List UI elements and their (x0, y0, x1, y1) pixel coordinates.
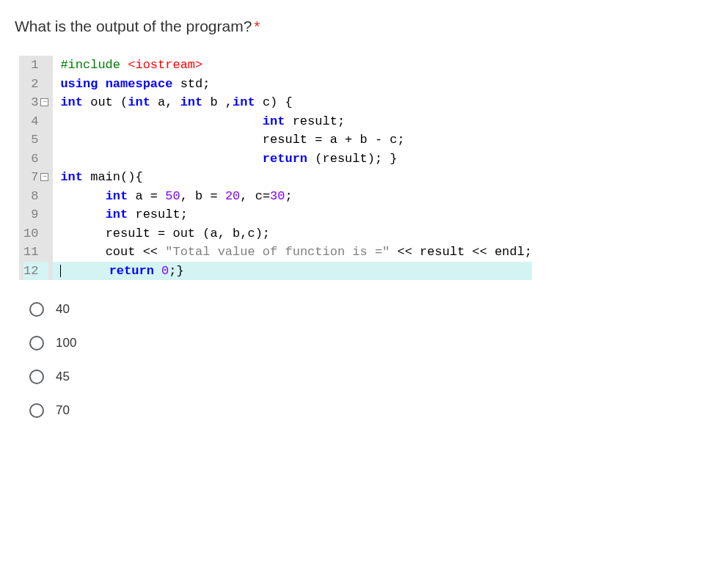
option-label: 70 (56, 403, 70, 418)
line-number: 11 (23, 243, 38, 262)
line-number: 3 (31, 93, 38, 112)
code-line: int out (int a, int b ,int c) { (60, 93, 532, 112)
radio-icon (29, 370, 44, 384)
answer-option[interactable]: 100 (29, 336, 701, 350)
answer-option[interactable]: 70 (29, 403, 701, 418)
line-number: 10 (23, 224, 38, 243)
code-line: return (result); } (60, 150, 532, 169)
code-line: int a = 50, b = 20, c=30; (60, 187, 532, 206)
code-line: #include <iostream> (60, 56, 532, 75)
option-label: 40 (56, 302, 70, 317)
radio-icon (29, 302, 44, 317)
line-number: 4 (31, 112, 38, 131)
code-line: using namespace std; (60, 75, 532, 94)
radio-icon (29, 403, 44, 418)
answer-option[interactable]: 40 (29, 302, 701, 317)
question-text: What is the output of the program?* (15, 18, 701, 35)
code-line: int result; (60, 205, 532, 224)
fold-icon[interactable]: − (40, 98, 48, 106)
option-label: 45 (56, 370, 70, 384)
line-number: 7 (31, 168, 38, 187)
line-number: 2 (31, 75, 38, 94)
question-label: What is the output of the program? (15, 18, 252, 34)
answer-option[interactable]: 45 (29, 370, 701, 384)
fold-icon[interactable]: − (40, 173, 48, 181)
answer-options: 40 100 45 70 (29, 302, 701, 418)
required-asterisk: * (254, 18, 260, 34)
line-number: 6 (31, 150, 38, 169)
code-block: 1 2 3− 4 5 6 7− 8 9 10 11 12 #include <i… (19, 56, 701, 280)
code-line: result = a + b - c; (60, 131, 532, 150)
cursor-icon (60, 265, 61, 277)
code-line: result = out (a, b,c); (60, 224, 532, 243)
code-line-current: return 0;} (53, 262, 532, 281)
code-area: #include <iostream> using namespace std;… (53, 56, 532, 280)
line-number: 8 (31, 187, 38, 206)
line-number: 9 (31, 205, 38, 224)
code-line: int main(){ (60, 168, 532, 187)
line-number: 1 (31, 56, 38, 75)
line-gutter: 1 2 3− 4 5 6 7− 8 9 10 11 12 (19, 56, 53, 280)
option-label: 100 (56, 336, 76, 350)
line-number: 5 (31, 131, 38, 150)
code-line: int result; (60, 112, 532, 131)
radio-icon (29, 336, 44, 350)
code-line: cout << "Total value of function is =" <… (60, 243, 532, 262)
line-number: 12 (23, 262, 38, 281)
